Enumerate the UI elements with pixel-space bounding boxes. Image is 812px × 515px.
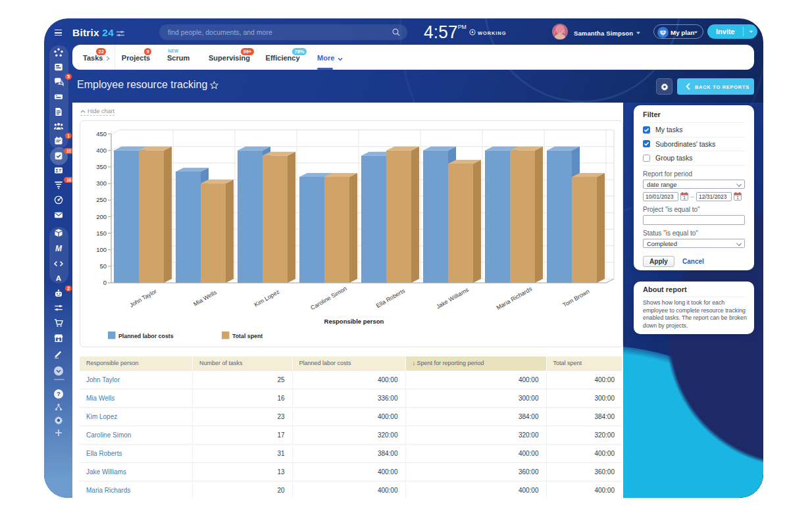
svg-text:Kim Lopez: Kim Lopez (253, 288, 281, 308)
svg-text:1: 1 (736, 195, 739, 200)
svg-text:Planned labor costs: Planned labor costs (118, 333, 174, 339)
svg-text:Caroline Simon: Caroline Simon (309, 285, 347, 311)
svg-text:John Taylor: John Taylor (128, 288, 158, 309)
svg-text:50: 50 (99, 262, 107, 270)
svg-text:1: 1 (683, 195, 686, 200)
svg-text:Maria Richards: Maria Richards (495, 285, 534, 311)
svg-text:Ella Roberts: Ella Roberts (375, 287, 407, 309)
svg-text:200: 200 (96, 213, 107, 220)
svg-text:A: A (56, 274, 61, 282)
svg-text:Tom Brown: Tom Brown (562, 288, 591, 308)
svg-text:100: 100 (96, 246, 107, 253)
svg-text:400: 400 (96, 147, 107, 154)
svg-text:350: 350 (96, 163, 107, 170)
svg-text:450: 450 (96, 130, 107, 137)
svg-text:Mia Wells: Mia Wells (192, 289, 218, 307)
svg-text:M: M (55, 244, 63, 253)
svg-text:Jake Williams: Jake Williams (435, 286, 470, 310)
svg-text:250: 250 (96, 196, 107, 203)
svg-text:?: ? (57, 390, 61, 397)
svg-text:0: 0 (103, 279, 107, 286)
svg-text:300: 300 (96, 180, 107, 187)
svg-text:Total spent: Total spent (232, 333, 263, 339)
svg-text:150: 150 (96, 230, 107, 237)
svg-text:Responsible person: Responsible person (324, 318, 384, 325)
